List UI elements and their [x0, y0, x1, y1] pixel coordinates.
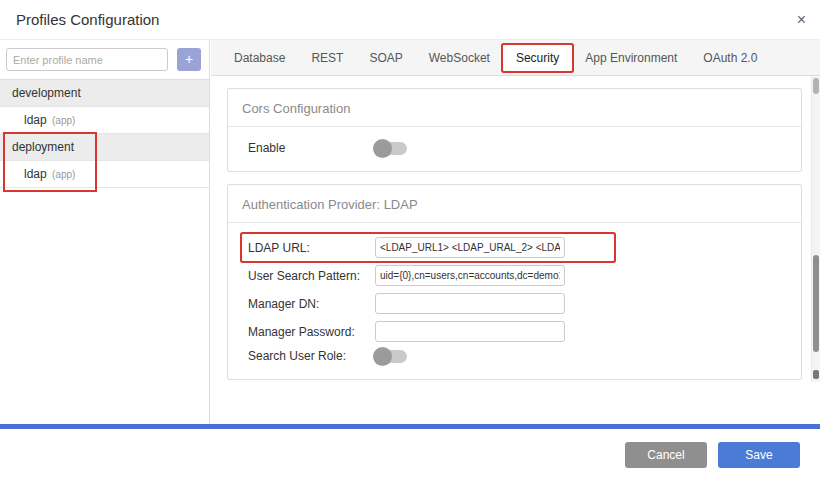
cancel-button[interactable]: Cancel: [625, 442, 707, 468]
search-user-role-label: Search User Role:: [248, 349, 375, 363]
dialog-title: Profiles Configuration: [16, 0, 159, 40]
ldap-url-input[interactable]: [375, 237, 565, 258]
manager-password-label: Manager Password:: [248, 325, 375, 339]
cors-section-body: Enable: [228, 127, 801, 171]
cors-configuration-card: Cors Configuration Enable: [227, 88, 802, 172]
profile-group-development[interactable]: development: [0, 80, 209, 107]
profile-name-input[interactable]: [6, 48, 168, 71]
scrollbar-thumb[interactable]: [813, 78, 819, 94]
add-profile-button[interactable]: +: [177, 48, 201, 71]
cors-enable-label: Enable: [248, 141, 375, 155]
tab-database[interactable]: Database: [221, 45, 298, 71]
scrollbar-thumb[interactable]: [813, 255, 819, 352]
close-icon[interactable]: ×: [797, 0, 806, 40]
manager-dn-input[interactable]: [375, 293, 565, 314]
scrollbar-down-arrow[interactable]: [813, 370, 819, 379]
profile-group-label: deployment: [12, 140, 74, 154]
security-tab-content: Cors Configuration Enable Authentication…: [211, 76, 820, 424]
profile-item-ldap-deployment[interactable]: ldap (app): [0, 161, 209, 188]
cors-enable-toggle[interactable]: [375, 142, 407, 155]
cors-section-title: Cors Configuration: [228, 89, 801, 127]
manager-password-row: Manager Password:: [242, 318, 614, 345]
profile-item-label: ldap: [24, 113, 47, 127]
tab-oauth[interactable]: OAuth 2.0: [690, 45, 770, 71]
save-button[interactable]: Save: [718, 442, 800, 468]
tab-soap[interactable]: SOAP: [356, 45, 415, 71]
profile-list: development ldap (app) deployment ldap (…: [0, 80, 209, 188]
profiles-configuration-dialog: Profiles Configuration × + development l…: [0, 0, 820, 480]
ldap-section-body: LDAP URL: User Search Pattern: Manager D…: [228, 223, 801, 379]
tab-websocket[interactable]: WebSocket: [416, 45, 503, 71]
user-search-pattern-input[interactable]: [375, 265, 565, 286]
tab-bar: Database REST SOAP WebSocket Security Ap…: [211, 40, 820, 76]
profile-group-label: development: [12, 86, 81, 100]
cors-enable-row: Enable: [242, 138, 614, 158]
ldap-url-row: LDAP URL:: [242, 234, 614, 261]
ldap-url-label: LDAP URL:: [248, 241, 375, 255]
profile-create-bar: +: [0, 40, 209, 80]
dialog-header: Profiles Configuration ×: [0, 0, 820, 40]
ldap-provider-card: Authentication Provider: LDAP LDAP URL: …: [227, 184, 802, 380]
ldap-section-title: Authentication Provider: LDAP: [228, 185, 801, 223]
user-search-pattern-row: User Search Pattern:: [242, 262, 614, 289]
profile-item-suffix: (app): [52, 169, 75, 180]
tab-rest[interactable]: REST: [298, 45, 356, 71]
manager-dn-label: Manager DN:: [248, 297, 375, 311]
profiles-sidebar: + development ldap (app) deployment ldap…: [0, 40, 210, 424]
vertical-scrollbar[interactable]: [811, 76, 820, 382]
profile-item-suffix: (app): [52, 115, 75, 126]
profile-item-ldap-development[interactable]: ldap (app): [0, 107, 209, 134]
search-user-role-toggle[interactable]: [375, 350, 407, 363]
manager-password-input[interactable]: [375, 321, 565, 342]
dialog-footer: Cancel Save: [0, 429, 820, 480]
user-search-pattern-label: User Search Pattern:: [248, 269, 375, 283]
manager-dn-row: Manager DN:: [242, 290, 614, 317]
profile-item-label: ldap: [24, 167, 47, 181]
profile-group-deployment[interactable]: deployment: [0, 134, 209, 161]
tab-security[interactable]: Security: [503, 45, 572, 71]
search-user-role-row: Search User Role:: [242, 346, 614, 366]
tab-app-environment[interactable]: App Environment: [572, 45, 690, 71]
